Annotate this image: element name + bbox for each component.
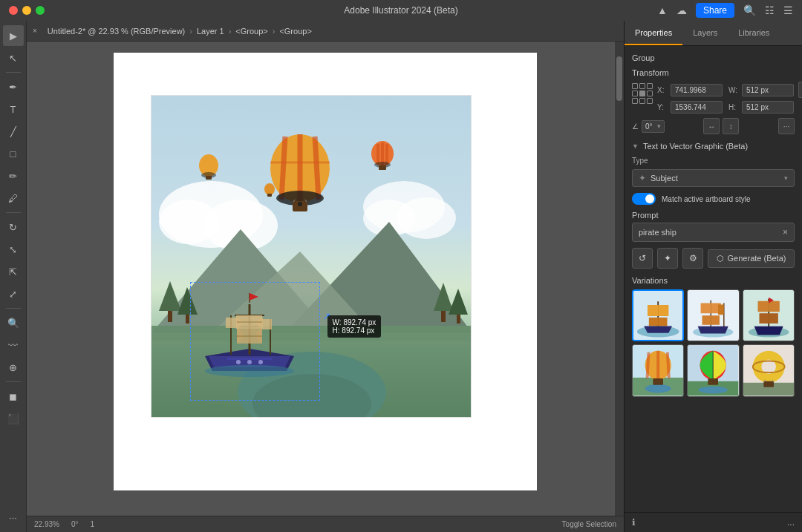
title-bar-left [9,6,45,15]
share-button[interactable]: Share [696,3,734,18]
settings-icon[interactable]: ✦ [657,248,678,269]
breadcrumb-group1[interactable]: <Group> [235,27,267,36]
cloud-icon[interactable]: ☁ [677,4,687,16]
prompt-label: Prompt [632,211,795,220]
w-input[interactable] [742,84,794,96]
variation-1[interactable] [632,289,684,341]
match-row: Match active artboard style [632,193,795,205]
match-toggle[interactable] [632,193,656,205]
link-dimensions-icon[interactable]: ⛓ [798,82,802,98]
tab-layers[interactable]: Layers [682,21,728,45]
breadcrumb-group2[interactable]: <Group> [279,27,311,36]
magnify-icon[interactable]: 🔍 [743,4,756,16]
svg-rect-16 [457,315,460,324]
prompt-text[interactable]: pirate ship [639,228,783,237]
eyedropper-tool[interactable]: 🔍 [3,312,24,333]
generate-button[interactable]: ⬡ Generate (Beta) [708,249,795,268]
variation-3[interactable] [743,289,795,341]
left-toolbar: ▶ ↖ ✒ T ╱ □ ✏ 🖊 ↻ ⤡ ⇱ ⤢ 🔍 〰 ⊕ ◼ ⬛ ··· [0,21,27,532]
type-select[interactable]: ✦ Subject ▾ [632,169,795,187]
scroll-thumb[interactable] [616,56,622,101]
x-label: X: [657,86,668,94]
balloon-tiny [264,183,275,200]
panel-footer: ℹ ... [625,512,802,532]
svg-rect-39 [379,165,386,170]
tiny-balloon-svg [264,183,275,197]
pen-tool[interactable]: ✒ [3,76,24,97]
transform-section: Transform [632,68,795,134]
line-tool[interactable]: ╱ [3,121,24,142]
angle-row: ∠ 0° ▾ ↔ ↕ ··· [632,118,795,134]
svg-line-22 [281,137,285,200]
svg-point-77 [699,387,728,394]
small-balloon-2-svg [371,140,394,171]
reshape-tool[interactable]: ⤢ [3,283,24,304]
fill-stroke-tool[interactable]: ◼ [3,386,24,407]
flip-vertical-icon[interactable]: ↕ [723,118,739,134]
close-button[interactable] [9,6,18,15]
rotate-tool[interactable]: ↻ [3,217,24,237]
flip-horizontal-icon[interactable]: ↔ [703,118,720,134]
svg-line-73 [668,352,669,378]
breadcrumb-layer[interactable]: Layer 1 [197,27,224,36]
svg-point-30 [298,202,302,206]
svg-point-40 [264,183,275,195]
canvas-area: × Untitled-2* @ 22.93 % (RGB/Preview) › … [27,21,624,532]
canvas-scrollbar[interactable] [615,42,624,516]
variation-6[interactable] [743,344,795,396]
menu-icon[interactable]: ☰ [783,4,793,16]
prompt-clear-icon[interactable]: × [783,227,788,237]
pencil-tool[interactable]: 🖊 [3,188,24,208]
variation-4[interactable] [632,344,684,396]
select-tool[interactable]: ▶ [3,25,24,46]
more-tools[interactable]: ··· [3,507,24,528]
y-input[interactable] [671,101,723,114]
more-options-icon[interactable]: ... [787,517,795,528]
zoom-tool[interactable]: ⊕ [3,357,24,378]
tool-separator-2 [6,212,21,213]
flip-icons: ↔ ↕ [703,118,739,134]
scale-tool[interactable]: ⤡ [3,239,24,260]
shear-tool[interactable]: ⇱ [3,261,24,282]
tab-properties[interactable]: Properties [625,21,682,45]
warp-tool[interactable]: 〰 [3,335,24,355]
text-tool[interactable]: T [3,99,24,119]
tool-name: Toggle Selection [562,520,616,528]
rect-tool[interactable]: □ [3,143,24,164]
direct-select-tool[interactable]: ↖ [3,47,24,68]
variation-5[interactable] [687,344,739,396]
gear-icon[interactable]: ⚙ [682,248,703,269]
maximize-button[interactable] [36,6,45,15]
traffic-lights [9,6,45,15]
angle-input-wrap[interactable]: 0° ▾ [642,120,665,133]
tab-libraries[interactable]: Libraries [728,21,780,45]
color-tool[interactable]: ⬛ [3,408,24,429]
close-tab[interactable]: × [33,27,37,35]
right-panel: Properties Layers Libraries Group Transf… [624,21,802,532]
canvas-viewport[interactable]: ↗ W: 892.74 px H: 892.74 px [27,42,624,516]
scale-value: 1 [90,520,94,528]
small-balloon-1-svg [198,154,219,182]
resize-handle[interactable]: ↗ [322,310,328,316]
svg-rect-52 [227,358,272,360]
toggle-knob [645,194,654,203]
search-icon[interactable]: ▲ [657,4,668,16]
var-2-svg [688,290,738,341]
title-bar-right: ▲ ☁ Share 🔍 ☷ ☰ [657,3,793,18]
paint-tool[interactable]: ✏ [3,165,24,186]
status-bar: 22.93% 0° 1 Toggle Selection [27,516,624,532]
history-icon[interactable]: ↺ [632,248,653,269]
grid-icon[interactable]: ☷ [765,4,775,16]
svg-point-53 [236,360,241,364]
info-icon[interactable]: ℹ [632,517,636,528]
more-transform-options[interactable]: ··· [778,118,795,134]
type-select-arrow-icon: ▾ [784,174,788,182]
x-input[interactable] [671,84,723,96]
reference-point-grid[interactable] [632,83,653,104]
svg-rect-80 [708,378,719,385]
ttv-section-header[interactable]: ▼ Text to Vector Graphic (Beta) [632,142,795,151]
minimize-button[interactable] [22,6,31,15]
h-input[interactable] [742,101,794,114]
ship-container[interactable]: ↗ W: 892.74 px H: 892.74 px [190,275,324,401]
variation-2[interactable] [687,289,739,341]
